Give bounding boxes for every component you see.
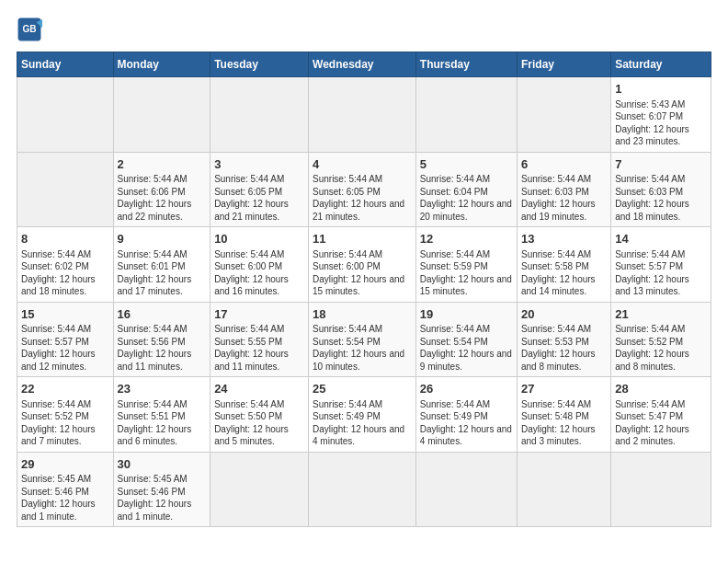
calendar-cell: 14Sunrise: 5:44 AMSunset: 5:57 PMDayligh… xyxy=(611,227,711,303)
calendar-cell: 23Sunrise: 5:44 AMSunset: 5:51 PMDayligh… xyxy=(113,377,210,453)
calendar-cell xyxy=(17,152,114,227)
calendar-cell xyxy=(415,452,517,527)
daylight: Daylight: 12 hours and 12 minutes. xyxy=(21,349,96,372)
sunset: Sunset: 5:58 PM xyxy=(521,261,589,271)
calendar-cell: 6Sunrise: 5:44 AMSunset: 6:03 PMDaylight… xyxy=(518,152,611,227)
calendar-cell: 25Sunrise: 5:44 AMSunset: 5:49 PMDayligh… xyxy=(309,377,416,453)
calendar-cell: 27Sunrise: 5:44 AMSunset: 5:48 PMDayligh… xyxy=(518,377,611,453)
day-number: 8 xyxy=(21,231,109,247)
day-number: 22 xyxy=(21,381,109,397)
daylight: Daylight: 12 hours and 8 minutes. xyxy=(521,349,596,372)
daylight: Daylight: 12 hours and 11 minutes. xyxy=(118,349,192,372)
sunrise: Sunrise: 5:44 AM xyxy=(118,399,188,409)
calendar-cell: 2Sunrise: 5:44 AMSunset: 6:06 PMDaylight… xyxy=(113,152,210,227)
sunrise: Sunrise: 5:44 AM xyxy=(420,174,490,184)
sunrise: Sunrise: 5:44 AM xyxy=(214,399,284,409)
sunrise: Sunrise: 5:44 AM xyxy=(118,249,188,259)
sunrise: Sunrise: 5:44 AM xyxy=(21,399,91,409)
header: GB xyxy=(17,17,711,42)
daylight: Daylight: 12 hours and 4 minutes. xyxy=(420,424,512,447)
sunset: Sunset: 6:03 PM xyxy=(521,187,589,197)
sunrise: Sunrise: 5:44 AM xyxy=(420,249,490,259)
sunset: Sunset: 5:56 PM xyxy=(118,337,186,347)
sunrise: Sunrise: 5:44 AM xyxy=(313,249,382,259)
day-number: 13 xyxy=(521,231,607,247)
sunset: Sunset: 6:05 PM xyxy=(313,187,381,197)
sunset: Sunset: 5:59 PM xyxy=(420,261,488,271)
sunrise: Sunrise: 5:45 AM xyxy=(118,474,188,484)
calendar-cell: 29Sunrise: 5:45 AMSunset: 5:46 PMDayligh… xyxy=(17,452,114,527)
calendar-cell: 3Sunrise: 5:44 AMSunset: 6:05 PMDaylight… xyxy=(210,152,309,227)
calendar-cell xyxy=(210,452,309,527)
calendar-cell: 28Sunrise: 5:44 AMSunset: 5:47 PMDayligh… xyxy=(611,377,711,453)
sunset: Sunset: 6:00 PM xyxy=(214,261,282,271)
day-number: 23 xyxy=(118,381,207,397)
calendar-cell: 16Sunrise: 5:44 AMSunset: 5:56 PMDayligh… xyxy=(113,302,210,377)
sunrise: Sunrise: 5:44 AM xyxy=(313,324,382,334)
day-number: 15 xyxy=(21,306,109,323)
sunrise: Sunrise: 5:45 AM xyxy=(21,474,91,484)
daylight: Daylight: 12 hours and 15 minutes. xyxy=(313,274,404,297)
daylight: Daylight: 12 hours and 7 minutes. xyxy=(21,424,96,447)
daylight: Daylight: 12 hours and 18 minutes. xyxy=(21,274,96,297)
calendar-cell: 11Sunrise: 5:44 AMSunset: 6:00 PMDayligh… xyxy=(309,227,416,303)
calendar-week-3: 8Sunrise: 5:44 AMSunset: 6:02 PMDaylight… xyxy=(17,227,711,303)
calendar-cell xyxy=(518,77,611,153)
day-number: 28 xyxy=(615,381,707,397)
daylight: Daylight: 12 hours and 23 minutes. xyxy=(615,124,689,147)
day-number: 3 xyxy=(214,156,304,173)
day-number: 26 xyxy=(420,381,513,397)
sunrise: Sunrise: 5:44 AM xyxy=(521,174,591,184)
daylight: Daylight: 12 hours and 2 minutes. xyxy=(615,424,689,447)
sunrise: Sunrise: 5:44 AM xyxy=(615,249,685,259)
sunset: Sunset: 5:46 PM xyxy=(21,487,89,497)
calendar-cell: 21Sunrise: 5:44 AMSunset: 5:52 PMDayligh… xyxy=(611,302,711,377)
day-number: 2 xyxy=(118,156,207,173)
logo-icon: GB xyxy=(17,17,42,42)
calendar-cell: 18Sunrise: 5:44 AMSunset: 5:54 PMDayligh… xyxy=(309,302,416,377)
calendar-cell: 1Sunrise: 5:43 AMSunset: 6:07 PMDaylight… xyxy=(611,77,711,153)
sunrise: Sunrise: 5:44 AM xyxy=(21,324,91,334)
calendar-cell: 12Sunrise: 5:44 AMSunset: 5:59 PMDayligh… xyxy=(415,227,517,303)
sunrise: Sunrise: 5:44 AM xyxy=(615,324,685,334)
calendar-cell: 30Sunrise: 5:45 AMSunset: 5:46 PMDayligh… xyxy=(113,452,210,527)
header-row: SundayMondayTuesdayWednesdayThursdayFrid… xyxy=(17,52,711,77)
daylight: Daylight: 12 hours and 10 minutes. xyxy=(313,349,404,372)
calendar-cell xyxy=(518,452,611,527)
sunrise: Sunrise: 5:44 AM xyxy=(420,399,490,409)
sunset: Sunset: 6:05 PM xyxy=(214,187,282,197)
daylight: Daylight: 12 hours and 14 minutes. xyxy=(521,274,596,297)
sunrise: Sunrise: 5:44 AM xyxy=(521,324,591,334)
day-number: 17 xyxy=(214,306,304,323)
daylight: Daylight: 12 hours and 16 minutes. xyxy=(214,274,289,297)
calendar-week-4: 15Sunrise: 5:44 AMSunset: 5:57 PMDayligh… xyxy=(17,302,711,377)
sunrise: Sunrise: 5:44 AM xyxy=(313,174,382,184)
calendar-cell: 20Sunrise: 5:44 AMSunset: 5:53 PMDayligh… xyxy=(518,302,611,377)
calendar-cell: 22Sunrise: 5:44 AMSunset: 5:52 PMDayligh… xyxy=(17,377,114,453)
day-number: 9 xyxy=(118,231,207,247)
calendar-cell xyxy=(611,452,711,527)
daylight: Daylight: 12 hours and 6 minutes. xyxy=(118,424,192,447)
calendar-cell: 26Sunrise: 5:44 AMSunset: 5:49 PMDayligh… xyxy=(415,377,517,453)
daylight: Daylight: 12 hours and 21 minutes. xyxy=(313,199,404,222)
sunset: Sunset: 6:01 PM xyxy=(118,261,186,271)
calendar-cell xyxy=(309,77,416,153)
day-number: 16 xyxy=(118,306,207,323)
day-number: 1 xyxy=(615,81,707,98)
svg-text:GB: GB xyxy=(22,24,36,34)
sunrise: Sunrise: 5:44 AM xyxy=(118,324,188,334)
day-number: 20 xyxy=(521,306,607,323)
day-number: 7 xyxy=(615,156,707,173)
col-header-monday: Monday xyxy=(113,52,210,77)
calendar-cell: 5Sunrise: 5:44 AMSunset: 6:04 PMDaylight… xyxy=(415,152,517,227)
sunrise: Sunrise: 5:44 AM xyxy=(214,249,284,259)
col-header-friday: Friday xyxy=(518,52,611,77)
sunset: Sunset: 5:55 PM xyxy=(214,337,282,347)
sunset: Sunset: 5:49 PM xyxy=(313,411,381,421)
sunset: Sunset: 5:57 PM xyxy=(615,261,683,271)
calendar-cell xyxy=(309,452,416,527)
sunrise: Sunrise: 5:44 AM xyxy=(615,399,685,409)
sunset: Sunset: 5:50 PM xyxy=(214,411,282,421)
calendar-cell xyxy=(17,77,114,153)
daylight: Daylight: 12 hours and 22 minutes. xyxy=(118,199,192,222)
